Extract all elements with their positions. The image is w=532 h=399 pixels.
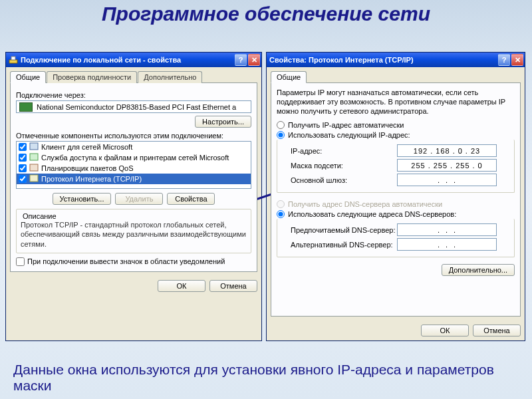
ip-octet[interactable]: 0 <box>478 162 483 170</box>
dns2-field[interactable]: ... <box>397 238 497 251</box>
title-text: Свойства: Протокол Интернета (TCP/IP) <box>269 56 497 64</box>
nic-icon <box>19 102 33 112</box>
radio-manual-dns[interactable] <box>277 210 285 218</box>
components-list[interactable]: Клиент для сетей Microsoft Служба доступ… <box>16 141 251 189</box>
list-item[interactable]: Клиент для сетей Microsoft <box>17 142 251 152</box>
subnet-mask-field[interactable]: 255. 255. 255. 0 <box>397 159 497 172</box>
svg-rect-3 <box>30 154 38 160</box>
radio-auto-ip[interactable] <box>277 121 285 129</box>
ip-octet[interactable]: 168 <box>436 147 450 155</box>
titlebar[interactable]: Свойства: Протокол Интернета (TCP/IP) ? … <box>267 53 525 67</box>
close-button[interactable]: ✕ <box>248 54 260 66</box>
list-item-label: Планировщик пакетов QoS <box>41 164 134 172</box>
description-group: Описание Протокол TCP/IP - стандартный п… <box>16 209 251 253</box>
service-icon <box>29 153 39 162</box>
ip-octet[interactable]: 0 <box>458 147 463 155</box>
ip-address-field[interactable]: 192. 168. 0. 23 <box>397 144 497 157</box>
connect-via-label: Подключение через: <box>16 91 251 99</box>
protocol-icon <box>29 174 39 184</box>
tab-general[interactable]: Общие <box>10 71 46 83</box>
list-item[interactable]: Служба доступа к файлам и принтерам сете… <box>17 152 251 163</box>
tab-general[interactable]: Общие <box>271 71 307 83</box>
list-item-label: Клиент для сетей Microsoft <box>41 143 132 151</box>
components-label: Отмеченные компоненты используются этим … <box>16 132 251 140</box>
tray-icon-label: При подключении вывести значок в области… <box>27 257 225 265</box>
ip-octet[interactable]: 255 <box>411 162 425 170</box>
ok-button[interactable]: ОК <box>421 325 469 336</box>
title-text: Подключение по локальной сети - свойства <box>21 56 233 64</box>
svg-rect-5 <box>30 175 38 182</box>
lan-properties-dialog: Подключение по локальной сети - свойства… <box>5 52 262 341</box>
description-legend: Описание <box>21 212 59 220</box>
ip-octet[interactable]: 255 <box>456 162 469 170</box>
ip-label: IP-адрес: <box>291 147 397 155</box>
dns2-label: Альтернативный DNS-сервер: <box>291 241 397 249</box>
help-button[interactable]: ? <box>498 54 510 66</box>
slide-title: Программное обеспечение сети <box>0 0 532 25</box>
ok-button[interactable]: ОК <box>158 280 205 292</box>
advanced-button[interactable]: Дополнительно... <box>442 264 515 276</box>
close-button[interactable]: ✕ <box>511 54 523 66</box>
tray-icon-checkbox[interactable] <box>16 257 25 266</box>
list-item-label: Протокол Интернета (TCP/IP) <box>41 175 142 183</box>
configure-button[interactable]: Настроить... <box>195 116 251 128</box>
checkbox[interactable] <box>19 175 27 183</box>
radio-manual-ip[interactable] <box>277 131 285 139</box>
install-button[interactable]: Установить... <box>53 193 112 205</box>
cancel-button[interactable]: Отмена <box>209 280 257 292</box>
remove-button: Удалить <box>115 193 163 205</box>
mask-label: Маска подсети: <box>291 162 397 170</box>
checkbox[interactable] <box>19 154 27 162</box>
connection-icon <box>9 55 18 65</box>
gateway-field[interactable]: ... <box>397 174 497 186</box>
tcpip-properties-dialog: Свойства: Протокол Интернета (TCP/IP) ? … <box>266 52 525 341</box>
svg-rect-1 <box>11 57 15 60</box>
svg-rect-2 <box>30 143 38 150</box>
ip-octet[interactable]: 192 <box>414 147 428 155</box>
gateway-label: Основной шлюз: <box>291 176 397 184</box>
svg-rect-0 <box>9 60 17 63</box>
list-item[interactable]: Планировщик пакетов QoS <box>17 163 251 174</box>
radio-label: Получить IP-адрес автоматически <box>288 121 404 129</box>
description-text: Протокол TCP/IP - стандартный протокол г… <box>21 220 247 249</box>
slide-caption: Данные окна используются для установки я… <box>13 362 519 394</box>
titlebar[interactable]: Подключение по локальной сети - свойства… <box>6 53 261 67</box>
cancel-button[interactable]: Отмена <box>473 325 521 336</box>
list-item[interactable]: Протокол Интернета (TCP/IP) <box>17 174 251 184</box>
intro-text: Параметры IP могут назначаться автоматич… <box>277 88 515 116</box>
ip-octet[interactable]: 23 <box>471 147 480 155</box>
list-item-label: Служба доступа к файлам и принтерам сете… <box>41 154 229 162</box>
radio-auto-dns <box>277 200 285 208</box>
device-name: National Semiconductor DP83815-Based PCI… <box>37 103 236 111</box>
help-button[interactable]: ? <box>235 54 247 66</box>
tab-auth[interactable]: Проверка подлинности <box>47 71 137 83</box>
device-field: National Semiconductor DP83815-Based PCI… <box>16 100 251 113</box>
tab-advanced[interactable]: Дополнительно <box>138 71 202 83</box>
svg-rect-4 <box>30 164 38 171</box>
checkbox[interactable] <box>19 143 27 151</box>
radio-label: Использовать следующий IP-адрес: <box>288 131 410 139</box>
checkbox[interactable] <box>19 164 27 172</box>
client-icon <box>29 142 39 152</box>
ip-octet[interactable]: 255 <box>434 162 448 170</box>
dns1-field[interactable]: ... <box>397 223 497 236</box>
qos-icon <box>29 164 39 173</box>
radio-label: Получить адрес DNS-сервера автоматически <box>288 200 442 208</box>
properties-button[interactable]: Свойства <box>167 193 215 205</box>
radio-label: Использовать следующие адреса DNS-сервер… <box>288 210 456 218</box>
dns1-label: Предпочитаемый DNS-сервер: <box>291 226 397 234</box>
